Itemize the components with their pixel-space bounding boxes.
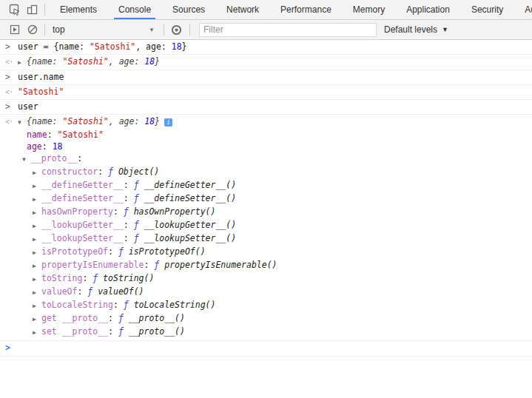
default-levels-dropdown[interactable]: Default levels ▼ [384,24,448,35]
info-icon[interactable]: i [164,118,172,127]
property-row: ▶valueOf: ƒ valueOf() [18,286,528,299]
property-row: ▼__proto__: [18,152,528,166]
property-row: ▶__defineGetter__: ƒ __defineGetter__() [18,179,528,192]
clear-console-icon[interactable] [24,21,41,38]
chevron-down-icon: ▼ [149,27,155,33]
collapse-triangle-icon[interactable]: ▼ [22,154,31,166]
object-property-tree: name: "Satoshi"age: 18▼__proto__:▶constr… [18,129,528,339]
property-row: ▶__defineSetter__: ƒ __defineSetter__() [18,192,528,206]
chevron-down-icon: ▼ [442,26,448,33]
toolbar-separator [164,24,164,36]
toolbar-separator [44,4,45,16]
expand-triangle-icon[interactable]: ▶ [33,287,41,299]
context-selector[interactable]: top ▼ [53,24,155,35]
expand-triangle-icon[interactable]: ▶ [18,57,27,68]
expand-triangle-icon[interactable]: ▶ [33,167,41,179]
tab-console[interactable]: Console [114,0,155,19]
eye-icon[interactable] [167,21,185,38]
console-prompt-row[interactable]: > [0,341,532,357]
filter-input[interactable] [199,23,377,37]
inspect-element-icon[interactable] [6,1,24,18]
property-row: ▶hasOwnProperty: ƒ hasOwnProperty() [18,206,528,219]
toolbar-separator [44,24,45,36]
expand-triangle-icon[interactable]: ▶ [33,314,41,326]
property-row: ▶propertyIsEnumerable: ƒ propertyIsEnume… [18,259,528,272]
console-result-row: <·▼{name: "Satoshi", age: 18}iname: "Sat… [0,115,532,341]
tab-network[interactable]: Network [222,0,263,19]
evaluated-expression: user.name [18,72,528,83]
evaluation-result: ▼{name: "Satoshi", age: 18}i [18,116,528,128]
console-result-row: <·"Satoshi" [0,85,532,100]
toolbar-separator [189,24,190,36]
tab-sources[interactable]: Sources [168,0,209,19]
property-row: ▶set __proto__: ƒ __proto__() [18,326,528,339]
evaluation-result: ▶{name: "Satoshi", age: 18} [18,56,528,68]
property-row: ▶toString: ƒ toString() [18,272,528,286]
output-chevron-icon: <· [5,87,13,98]
console-messages: >user = {name: "Satoshi", age: 18}<·▶{na… [0,40,532,357]
prompt-chevron-icon: > [5,343,10,354]
collapse-triangle-icon[interactable]: ▼ [18,117,27,128]
console-toolbar: top ▼ Default levels ▼ [0,20,532,40]
expand-triangle-icon[interactable]: ▶ [33,260,41,272]
evaluation-result: "Satoshi" [18,87,528,98]
expand-triangle-icon[interactable]: ▶ [33,220,41,232]
expand-triangle-icon[interactable]: ▶ [33,300,41,312]
property-row: ▶__lookupGetter__: ƒ __lookupGetter__() [18,219,528,232]
context-selector-label: top [53,24,65,35]
property-row: name: "Satoshi" [18,129,528,141]
input-chevron-icon: > [5,101,10,112]
console-input-row: >user = {name: "Satoshi", age: 18} [0,40,532,55]
evaluated-expression: user [18,101,528,112]
tab-elements[interactable]: Elements [55,0,101,19]
expand-triangle-icon[interactable]: ▶ [33,234,41,246]
property-row: ▶get __proto__: ƒ __proto__() [18,312,528,326]
expand-triangle-icon[interactable]: ▶ [33,207,41,219]
tabbar-icons [0,0,48,19]
expand-triangle-icon[interactable]: ▶ [33,194,41,206]
default-levels-label: Default levels [384,24,437,35]
property-row: ▶toLocaleString: ƒ toLocaleString() [18,299,528,312]
tab-audits[interactable]: Audits [520,0,532,19]
expand-triangle-icon[interactable]: ▶ [33,327,41,339]
tab-list: ElementsConsoleSourcesNetworkPerformance… [48,0,532,19]
evaluated-expression: user = {name: "Satoshi", age: 18} [18,41,528,53]
tab-memory[interactable]: Memory [349,0,389,19]
console-result-row: <·▶{name: "Satoshi", age: 18} [0,55,532,70]
property-row: ▶constructor: ƒ Object() [18,166,528,179]
console-input-row: >user.name [0,70,532,85]
tab-performance[interactable]: Performance [276,0,336,19]
tab-application[interactable]: Application [402,0,454,19]
devtools-tabbar: ElementsConsoleSourcesNetworkPerformance… [0,0,532,20]
expand-triangle-icon[interactable]: ▶ [33,274,41,286]
device-toolbar-icon[interactable] [24,1,41,18]
console-sidebar-icon[interactable] [6,21,24,38]
output-chevron-icon: <· [5,56,13,67]
console-input-row: >user [0,100,532,115]
property-row: age: 18 [18,141,528,152]
property-row: ▶__lookupSetter__: ƒ __lookupSetter__() [18,232,528,246]
expand-triangle-icon[interactable]: ▶ [33,181,41,192]
expand-triangle-icon[interactable]: ▶ [33,247,41,259]
output-chevron-icon: <· [5,116,13,127]
input-chevron-icon: > [5,41,10,53]
input-chevron-icon: > [5,72,10,83]
devtools-window: ElementsConsoleSourcesNetworkPerformance… [0,0,532,398]
tab-security[interactable]: Security [467,0,508,19]
property-row: ▶isPrototypeOf: ƒ isPrototypeOf() [18,246,528,259]
